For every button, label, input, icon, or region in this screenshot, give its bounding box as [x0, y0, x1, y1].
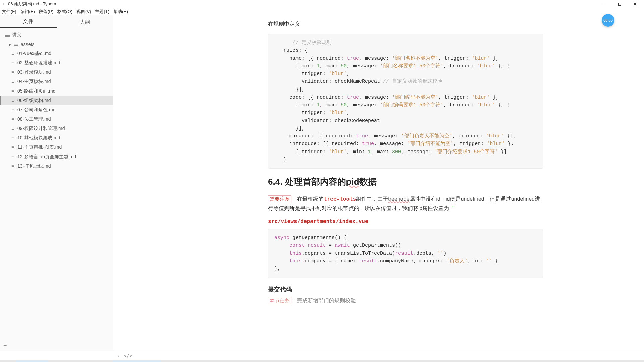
- file-label: 08-员工管理.md: [17, 116, 51, 122]
- svg-rect-1: [618, 3, 621, 5]
- taskbar-chrome[interactable]: [80, 360, 97, 362]
- file-label: 04-主页模块.md: [17, 79, 51, 85]
- tree-label: 讲义: [12, 32, 21, 38]
- sidebar-footer: +: [0, 341, 113, 351]
- file-label: 05-路由和页面.md: [17, 88, 56, 94]
- file-item-active[interactable]: ≡06-组织架构.md: [0, 96, 113, 105]
- file-icon: ≡: [10, 79, 15, 84]
- file-icon: ≡: [10, 154, 15, 160]
- taskbar-app[interactable]: 🗔: [16, 360, 32, 362]
- chevron-right-icon: ▶: [9, 43, 13, 46]
- add-icon[interactable]: +: [3, 342, 7, 349]
- editor-area[interactable]: 在规则中定义 // 定义校验规则 rules: { name: [{ requi…: [113, 15, 644, 351]
- note-label: 需要注意: [268, 195, 291, 202]
- system-tray: S 英 ☺ 🎤 ⌨ 👕 ▦ ^ ◔ ⎋ 🖥 🔋 ⌨ ▦ S 💬: [523, 360, 644, 362]
- note-paragraph: 需要注意：在最根级的tree-tools组件中，由于treenode属性中没有i…: [268, 194, 543, 213]
- file-label: 11-主页审批-图表.md: [17, 144, 62, 150]
- sub-heading: 提交代码: [268, 285, 543, 293]
- tree-root[interactable]: ▬ 讲义: [0, 30, 113, 40]
- titlebar: T 06-组织架构.md - Typora: [0, 0, 644, 8]
- task-paragraph: 本节任务：完成新增部门的规则校验: [268, 296, 543, 305]
- file-item[interactable]: ≡08-员工管理.md: [0, 115, 113, 124]
- section-heading: 6.4. 处理首部内容的pid数据: [268, 176, 543, 188]
- menu-theme[interactable]: 主题(T): [95, 9, 109, 15]
- close-button[interactable]: [627, 0, 643, 8]
- taskbar-app[interactable]: 🌀: [32, 360, 48, 362]
- file-icon: ≡: [10, 98, 15, 103]
- taskbar-explorer[interactable]: 📁: [129, 360, 145, 362]
- menu-edit[interactable]: 编辑(E): [20, 9, 35, 15]
- file-item[interactable]: ≡07-公司和角色.md: [0, 105, 113, 115]
- menubar: 文件(F) 编辑(E) 段落(P) 格式(O) 视图(V) 主题(T) 帮助(H…: [0, 8, 644, 15]
- tab-files[interactable]: 文件: [0, 16, 57, 28]
- file-label: 01-vuex基础.md: [17, 51, 51, 57]
- sidebar-tabs: 文件 大纲: [0, 15, 113, 29]
- file-label: 07-公司和角色.md: [17, 107, 56, 113]
- file-item[interactable]: ≡02-基础环境搭建.md: [0, 58, 113, 68]
- file-icon: ≡: [10, 70, 15, 75]
- file-item[interactable]: ≡09-权限设计和管理.md: [0, 124, 113, 133]
- app-icon: T: [1, 2, 6, 6]
- menu-format[interactable]: 格式(O): [57, 9, 72, 15]
- file-item[interactable]: ≡11-主页审批-图表.md: [0, 143, 113, 152]
- tab-outline[interactable]: 大纲: [57, 16, 113, 28]
- file-icon: ≡: [10, 126, 15, 131]
- menu-paragraph[interactable]: 段落(P): [39, 9, 53, 15]
- file-icon: ≡: [10, 51, 15, 56]
- file-item[interactable]: ≡05-路由和页面.md: [0, 86, 113, 96]
- taskbar-typora[interactable]: T: [48, 360, 64, 362]
- taskbar-app[interactable]: 🐸: [145, 360, 161, 362]
- intro-line: 在规则中定义: [268, 21, 543, 28]
- file-label: 06-组织架构.md: [17, 98, 51, 104]
- file-icon: ≡: [10, 107, 15, 113]
- task-label: 本节任务: [268, 297, 291, 304]
- folder-icon: ▬: [5, 32, 10, 38]
- menu-view[interactable]: 视图(V): [76, 9, 91, 15]
- tree-label: assets: [21, 42, 34, 47]
- taskbar-vscode[interactable]: [113, 360, 129, 362]
- file-label: 03-登录模块.md: [17, 69, 51, 75]
- file-icon: ≡: [10, 135, 15, 141]
- code-block-getdepts[interactable]: async getDepartments() { const result = …: [268, 229, 543, 278]
- file-label: 13-打包上线.md: [17, 163, 51, 169]
- file-item[interactable]: ≡04-主页模块.md: [0, 77, 113, 86]
- file-icon: ≡: [10, 164, 15, 169]
- taskbar-app[interactable]: ▶: [97, 360, 113, 362]
- file-label: 02-基础环境搭建.md: [17, 60, 60, 66]
- menu-file[interactable]: 文件(F): [2, 9, 16, 15]
- menu-help[interactable]: 帮助(H): [113, 9, 128, 15]
- back-icon[interactable]: ‹: [117, 353, 119, 359]
- tree-folder[interactable]: ▶ ▬ assets: [0, 40, 113, 49]
- start-button[interactable]: [0, 360, 16, 362]
- file-tree: ▬ 讲义 ▶ ▬ assets ≡01-vuex基础.md ≡02-基础环境搭建…: [0, 29, 113, 341]
- source-toggle-icon[interactable]: </>: [124, 353, 132, 358]
- file-item[interactable]: ≡01-vuex基础.md: [0, 49, 113, 58]
- file-icon: ≡: [10, 60, 15, 66]
- file-label: 10-其他模块集成.md: [17, 135, 60, 141]
- folder-icon: ▬: [13, 42, 19, 47]
- taskbar: 🗔 🌀 T 🔍 ▶ 📁 🐸 S 英 ☺ 🎤 ⌨ 👕 ▦ ^ ◔ ⎋ 🖥 🔋 ⌨ …: [0, 360, 644, 362]
- file-item[interactable]: ≡13-打包上线.md: [0, 162, 113, 171]
- window-title: 06-组织架构.md - Typora: [8, 1, 56, 7]
- file-icon: ≡: [10, 117, 15, 122]
- minimize-button[interactable]: [596, 0, 612, 8]
- file-item[interactable]: ≡10-其他模块集成.md: [0, 133, 113, 143]
- sidebar: 文件 大纲 ▬ 讲义 ▶ ▬ assets ≡01-vuex基础.md ≡02-…: [0, 15, 113, 351]
- file-label: 09-权限设计和管理.md: [17, 126, 65, 132]
- file-item[interactable]: ≡03-登录模块.md: [0, 68, 113, 77]
- file-icon: ≡: [10, 145, 15, 150]
- file-item[interactable]: ≡12-多语言tab页全屏主题.md: [0, 152, 113, 162]
- taskbar-app[interactable]: 🔍: [64, 360, 80, 362]
- source-path: src/views/departments/index.vue: [268, 218, 543, 224]
- maximize-button[interactable]: [612, 0, 627, 8]
- file-label: 12-多语言tab页全屏主题.md: [17, 154, 76, 160]
- timer-badge[interactable]: 00:00: [602, 14, 614, 27]
- code-block-rules[interactable]: // 定义校验规则 rules: { name: [{ required: tr…: [268, 34, 543, 169]
- file-icon: ≡: [10, 88, 15, 94]
- statusbar: ‹ </>: [0, 351, 644, 360]
